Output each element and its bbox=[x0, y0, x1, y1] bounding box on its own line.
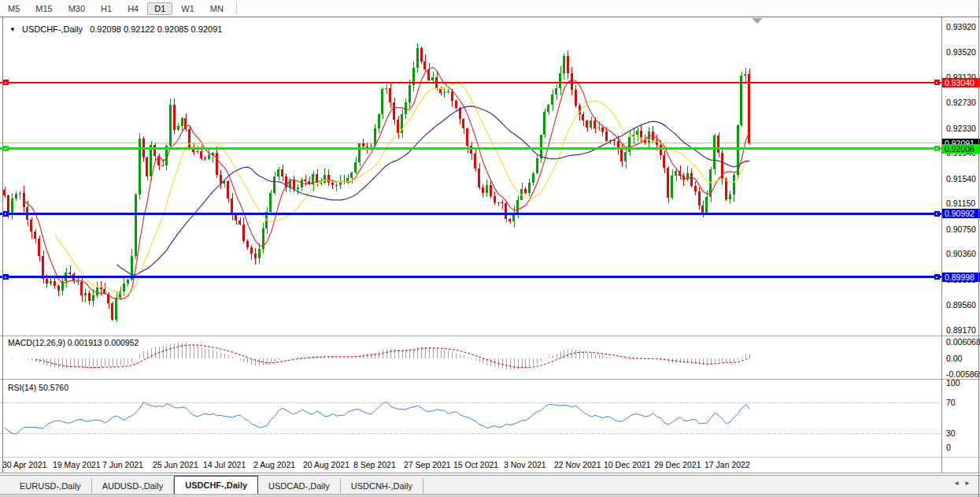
chart-left-border bbox=[2, 17, 3, 473]
macd-tick: 0.00 bbox=[946, 354, 962, 363]
symbol-title: USDCHF-,Daily bbox=[22, 24, 83, 34]
bottom-strip bbox=[0, 494, 980, 497]
mt4-window: M5M15M30H1H4D1W1MN ▼ USDCHF-,Daily 0.920… bbox=[0, 0, 980, 497]
date-row-separator-highlight bbox=[0, 473, 980, 474]
chart-tab-eurusd[interactable]: EURUSD-,Daily bbox=[9, 478, 92, 495]
price-tick: 0.92330 bbox=[946, 124, 976, 133]
date-label: 20 Aug 2021 bbox=[303, 460, 349, 469]
date-label: 2 Aug 2021 bbox=[253, 460, 295, 469]
price-tick: 0.91540 bbox=[946, 174, 976, 184]
chart-tab-usdcnh[interactable]: USDCNH-,Daily bbox=[341, 478, 423, 495]
level-price-label: 0.92006 bbox=[942, 144, 980, 154]
rsi-tick: 100 bbox=[946, 378, 960, 388]
toolbar-separator bbox=[0, 17, 980, 17]
date-label: 3 Nov 2021 bbox=[504, 460, 546, 469]
tab-scroll-left-icon[interactable]: ◄ bbox=[953, 480, 964, 487]
date-label: 14 Jul 2021 bbox=[203, 460, 246, 469]
price-tick: 0.92730 bbox=[946, 98, 976, 107]
date-label: 8 Sep 2021 bbox=[353, 460, 396, 469]
rsi-tick: 0 bbox=[946, 443, 951, 452]
rsi-label: RSI(14) 50.5760 bbox=[8, 383, 68, 392]
price-tick: 0.91150 bbox=[946, 198, 975, 208]
date-label: 30 Apr 2021 bbox=[2, 460, 47, 469]
macd-signal-line bbox=[35, 345, 749, 368]
ohlc-values: 0.92098 0.92122 0.92085 0.92091 bbox=[90, 24, 222, 34]
level-lines[interactable] bbox=[0, 80, 941, 280]
date-label: 15 Oct 2021 bbox=[453, 460, 498, 469]
price-tick: 0.93520 bbox=[946, 47, 976, 57]
date-label: 27 Sep 2021 bbox=[404, 460, 451, 469]
window-right-border bbox=[978, 0, 979, 497]
chevron-down-icon[interactable]: ▼ bbox=[9, 26, 16, 33]
price-tick: 0.90360 bbox=[946, 249, 976, 258]
level-price-label: 0.89998 bbox=[942, 273, 980, 282]
candles bbox=[3, 43, 750, 322]
date-label: 7 Jun 2021 bbox=[102, 460, 143, 469]
date-label: 25 Jun 2021 bbox=[153, 460, 198, 469]
date-label: 29 Dec 2021 bbox=[654, 460, 701, 469]
rsi-pane bbox=[0, 402, 941, 434]
chart-tab-usdcad[interactable]: USDCAD-,Daily bbox=[258, 478, 341, 495]
price-tick: 0.90750 bbox=[946, 224, 976, 234]
macd-label: MACD(12,26,9) 0.001913 0.000952 bbox=[8, 338, 139, 347]
chart-tab-usdchf[interactable]: USDCHF-,Daily bbox=[174, 476, 258, 495]
ma-30-line bbox=[116, 106, 749, 275]
price-tick: 0.89170 bbox=[946, 325, 976, 335]
level-price-label: 0.93040 bbox=[942, 78, 980, 87]
date-label: 17 Jan 2022 bbox=[704, 460, 750, 469]
level-price-label: 0.90992 bbox=[942, 209, 980, 218]
date-label: 19 May 2021 bbox=[53, 460, 101, 469]
rsi-tick: 30 bbox=[946, 428, 956, 438]
chart-tab-bar: EURUSD-,DailyAUDUSD-,DailyUSDCHF-,DailyU… bbox=[0, 475, 980, 495]
chart-canvas[interactable] bbox=[0, 0, 980, 497]
rsi-tick: 70 bbox=[946, 398, 956, 407]
chart-shift-marker[interactable] bbox=[752, 18, 763, 24]
tab-scroll-arrows[interactable]: ◄► bbox=[953, 480, 975, 487]
chart-tab-audusd[interactable]: AUDUSD-,Daily bbox=[92, 478, 175, 495]
tab-scroll-right-icon[interactable]: ► bbox=[964, 480, 975, 487]
price-tick: 0.89560 bbox=[946, 300, 976, 310]
macd-tick: 0.006068 bbox=[946, 337, 980, 347]
date-label: 10 Dec 2021 bbox=[604, 460, 651, 469]
date-label: 22 Nov 2021 bbox=[554, 460, 601, 469]
price-tick: 0.93920 bbox=[946, 22, 976, 32]
rsi-line bbox=[5, 402, 749, 434]
symbol-ohlc-line: ▼ USDCHF-,Daily 0.92098 0.92122 0.92085 … bbox=[9, 24, 222, 34]
